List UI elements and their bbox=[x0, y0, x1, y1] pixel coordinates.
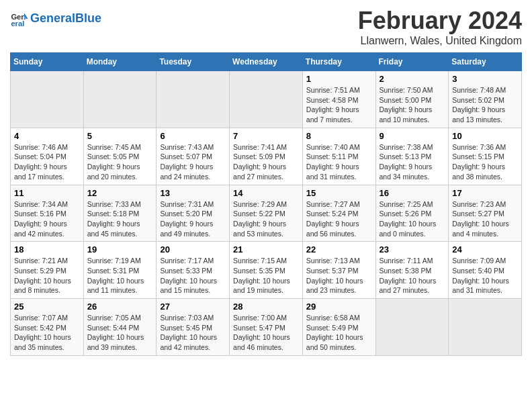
day-info: Sunrise: 7:15 AM Sunset: 5:35 PM Dayligh… bbox=[233, 256, 299, 295]
day-info: Sunrise: 7:05 AM Sunset: 5:44 PM Dayligh… bbox=[87, 313, 153, 353]
weekday-header-friday: Friday bbox=[375, 53, 449, 71]
day-info: Sunrise: 7:45 AM Sunset: 5:05 PM Dayligh… bbox=[87, 142, 153, 182]
calendar-cell: 16Sunrise: 7:25 AM Sunset: 5:26 PM Dayli… bbox=[375, 185, 449, 242]
day-number: 17 bbox=[452, 188, 518, 198]
day-number: 24 bbox=[452, 244, 518, 255]
day-number: 23 bbox=[380, 244, 445, 255]
day-number: 1 bbox=[306, 74, 372, 84]
day-info: Sunrise: 7:19 AM Sunset: 5:31 PM Dayligh… bbox=[87, 256, 153, 295]
calendar-cell: 17Sunrise: 7:23 AM Sunset: 5:27 PM Dayli… bbox=[449, 185, 522, 242]
day-number: 3 bbox=[452, 74, 518, 84]
calendar-cell: 12Sunrise: 7:33 AM Sunset: 5:18 PM Dayli… bbox=[83, 185, 157, 242]
day-number: 15 bbox=[306, 188, 372, 198]
calendar-cell bbox=[157, 71, 230, 128]
calendar-cell bbox=[11, 71, 84, 128]
day-info: Sunrise: 7:03 AM Sunset: 5:45 PM Dayligh… bbox=[160, 313, 226, 353]
day-info: Sunrise: 7:00 AM Sunset: 5:47 PM Dayligh… bbox=[233, 313, 299, 353]
day-number: 28 bbox=[233, 302, 299, 312]
calendar-cell: 20Sunrise: 7:17 AM Sunset: 5:33 PM Dayli… bbox=[157, 242, 230, 299]
day-info: Sunrise: 7:46 AM Sunset: 5:04 PM Dayligh… bbox=[14, 142, 80, 182]
day-info: Sunrise: 7:40 AM Sunset: 5:11 PM Dayligh… bbox=[306, 142, 372, 182]
day-number: 19 bbox=[87, 244, 153, 255]
calendar-week-row: 1Sunrise: 7:51 AM Sunset: 4:58 PM Daylig… bbox=[11, 71, 522, 128]
day-number: 27 bbox=[160, 302, 226, 312]
calendar-week-row: 25Sunrise: 7:07 AM Sunset: 5:42 PM Dayli… bbox=[11, 299, 522, 356]
day-info: Sunrise: 7:09 AM Sunset: 5:40 PM Dayligh… bbox=[452, 256, 518, 295]
day-info: Sunrise: 7:51 AM Sunset: 4:58 PM Dayligh… bbox=[306, 85, 372, 125]
weekday-header-monday: Monday bbox=[83, 53, 157, 71]
calendar-cell: 8Sunrise: 7:40 AM Sunset: 5:11 PM Daylig… bbox=[302, 128, 375, 185]
calendar-cell bbox=[83, 71, 157, 128]
calendar-cell: 3Sunrise: 7:48 AM Sunset: 5:02 PM Daylig… bbox=[449, 71, 522, 128]
calendar-cell: 27Sunrise: 7:03 AM Sunset: 5:45 PM Dayli… bbox=[157, 299, 230, 356]
calendar-week-row: 4Sunrise: 7:46 AM Sunset: 5:04 PM Daylig… bbox=[11, 128, 522, 185]
calendar-cell: 13Sunrise: 7:31 AM Sunset: 5:20 PM Dayli… bbox=[157, 185, 230, 242]
calendar-cell: 15Sunrise: 7:27 AM Sunset: 5:24 PM Dayli… bbox=[302, 185, 375, 242]
day-info: Sunrise: 7:21 AM Sunset: 5:29 PM Dayligh… bbox=[14, 256, 80, 295]
day-number: 26 bbox=[87, 302, 153, 312]
svg-text:eral: eral bbox=[11, 19, 24, 28]
calendar-cell: 19Sunrise: 7:19 AM Sunset: 5:31 PM Dayli… bbox=[83, 242, 157, 299]
calendar-cell: 11Sunrise: 7:34 AM Sunset: 5:16 PM Dayli… bbox=[11, 185, 84, 242]
day-number: 18 bbox=[14, 244, 80, 255]
weekday-header-saturday: Saturday bbox=[449, 53, 522, 71]
calendar-cell: 2Sunrise: 7:50 AM Sunset: 5:00 PM Daylig… bbox=[375, 71, 449, 128]
day-info: Sunrise: 7:38 AM Sunset: 5:13 PM Dayligh… bbox=[380, 142, 445, 182]
day-number: 12 bbox=[87, 188, 153, 198]
calendar-cell: 4Sunrise: 7:46 AM Sunset: 5:04 PM Daylig… bbox=[11, 128, 84, 185]
day-number: 4 bbox=[14, 131, 80, 141]
day-number: 7 bbox=[233, 131, 299, 141]
calendar-cell: 26Sunrise: 7:05 AM Sunset: 5:44 PM Dayli… bbox=[83, 299, 157, 356]
day-info: Sunrise: 6:58 AM Sunset: 5:49 PM Dayligh… bbox=[306, 313, 372, 353]
weekday-header-sunday: Sunday bbox=[11, 53, 84, 71]
calendar-cell bbox=[375, 299, 449, 356]
day-number: 8 bbox=[306, 131, 372, 141]
calendar-cell: 25Sunrise: 7:07 AM Sunset: 5:42 PM Dayli… bbox=[11, 299, 84, 356]
calendar-cell: 24Sunrise: 7:09 AM Sunset: 5:40 PM Dayli… bbox=[449, 242, 522, 299]
day-number: 20 bbox=[160, 244, 226, 255]
calendar-table: SundayMondayTuesdayWednesdayThursdayFrid… bbox=[10, 52, 522, 356]
day-info: Sunrise: 7:25 AM Sunset: 5:26 PM Dayligh… bbox=[380, 199, 445, 239]
day-number: 6 bbox=[160, 131, 226, 141]
calendar-cell: 7Sunrise: 7:41 AM Sunset: 5:09 PM Daylig… bbox=[230, 128, 303, 185]
calendar-cell: 22Sunrise: 7:13 AM Sunset: 5:37 PM Dayli… bbox=[302, 242, 375, 299]
day-info: Sunrise: 7:11 AM Sunset: 5:38 PM Dayligh… bbox=[380, 256, 445, 295]
day-info: Sunrise: 7:43 AM Sunset: 5:07 PM Dayligh… bbox=[160, 142, 226, 182]
day-info: Sunrise: 7:41 AM Sunset: 5:09 PM Dayligh… bbox=[233, 142, 299, 182]
day-number: 21 bbox=[233, 244, 299, 255]
day-info: Sunrise: 7:23 AM Sunset: 5:27 PM Dayligh… bbox=[452, 199, 518, 239]
logo-blue: Blue bbox=[75, 11, 101, 25]
logo-text: GeneralBlue bbox=[30, 12, 101, 26]
day-info: Sunrise: 7:33 AM Sunset: 5:18 PM Dayligh… bbox=[87, 199, 153, 239]
day-number: 25 bbox=[14, 302, 80, 312]
day-number: 22 bbox=[306, 244, 372, 255]
day-number: 13 bbox=[160, 188, 226, 198]
day-info: Sunrise: 7:34 AM Sunset: 5:16 PM Dayligh… bbox=[14, 199, 80, 239]
day-info: Sunrise: 7:27 AM Sunset: 5:24 PM Dayligh… bbox=[306, 199, 372, 239]
day-number: 9 bbox=[380, 131, 445, 141]
calendar-cell: 29Sunrise: 6:58 AM Sunset: 5:49 PM Dayli… bbox=[302, 299, 375, 356]
calendar-cell: 28Sunrise: 7:00 AM Sunset: 5:47 PM Dayli… bbox=[230, 299, 303, 356]
calendar-cell: 21Sunrise: 7:15 AM Sunset: 5:35 PM Dayli… bbox=[230, 242, 303, 299]
weekday-header-tuesday: Tuesday bbox=[157, 53, 230, 71]
page-header: Gen eral GeneralBlue February 2024 Llanw… bbox=[10, 7, 522, 47]
day-number: 10 bbox=[452, 131, 518, 141]
day-number: 29 bbox=[306, 302, 372, 312]
calendar-cell: 23Sunrise: 7:11 AM Sunset: 5:38 PM Dayli… bbox=[375, 242, 449, 299]
calendar-cell: 9Sunrise: 7:38 AM Sunset: 5:13 PM Daylig… bbox=[375, 128, 449, 185]
logo: Gen eral GeneralBlue bbox=[10, 9, 101, 28]
weekday-header-wednesday: Wednesday bbox=[230, 53, 303, 71]
day-info: Sunrise: 7:13 AM Sunset: 5:37 PM Dayligh… bbox=[306, 256, 372, 295]
day-number: 2 bbox=[380, 74, 445, 84]
day-info: Sunrise: 7:29 AM Sunset: 5:22 PM Dayligh… bbox=[233, 199, 299, 239]
calendar-cell: 18Sunrise: 7:21 AM Sunset: 5:29 PM Dayli… bbox=[11, 242, 84, 299]
day-info: Sunrise: 7:31 AM Sunset: 5:20 PM Dayligh… bbox=[160, 199, 226, 239]
day-number: 11 bbox=[14, 188, 80, 198]
calendar-cell: 5Sunrise: 7:45 AM Sunset: 5:05 PM Daylig… bbox=[83, 128, 157, 185]
calendar-cell: 10Sunrise: 7:36 AM Sunset: 5:15 PM Dayli… bbox=[449, 128, 522, 185]
day-number: 5 bbox=[87, 131, 153, 141]
weekday-header-row: SundayMondayTuesdayWednesdayThursdayFrid… bbox=[11, 53, 522, 71]
calendar-cell: 14Sunrise: 7:29 AM Sunset: 5:22 PM Dayli… bbox=[230, 185, 303, 242]
day-info: Sunrise: 7:36 AM Sunset: 5:15 PM Dayligh… bbox=[452, 142, 518, 182]
calendar-week-row: 18Sunrise: 7:21 AM Sunset: 5:29 PM Dayli… bbox=[11, 242, 522, 299]
